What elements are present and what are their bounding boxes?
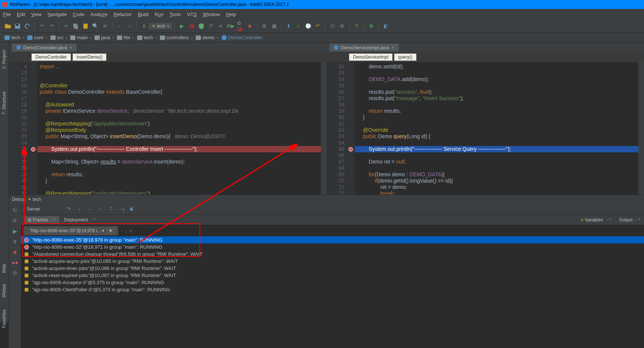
evaluate-icon[interactable]: 🖩 xyxy=(128,206,135,212)
breakpoints-icon[interactable]: ●● xyxy=(10,258,19,267)
play-icon[interactable]: ▶ xyxy=(10,227,19,236)
rerun-icon[interactable]: ↻ xyxy=(10,206,19,215)
close-tab-icon[interactable]: × xyxy=(69,45,72,50)
prev-frame-icon[interactable]: ↑ xyxy=(120,228,123,234)
coverage-icon[interactable] xyxy=(198,23,205,29)
scrollbar[interactable] xyxy=(638,62,644,195)
sync-icon[interactable] xyxy=(24,23,31,29)
copy-icon[interactable] xyxy=(72,23,79,29)
method-crumb[interactable]: insertDemo() xyxy=(72,53,106,61)
profile-icon[interactable]: ⏱ xyxy=(208,23,214,29)
crumb-demo[interactable]: demo xyxy=(194,35,220,40)
save-icon[interactable] xyxy=(14,23,21,29)
task-icon[interactable]: ◧ xyxy=(383,23,389,29)
thread-dropdown[interactable]: "http-nio-8080-exec-35"@18,978 i... ▾ ▼ xyxy=(24,226,118,235)
menu-window[interactable]: Window xyxy=(203,12,220,17)
filter-icon[interactable]: ▿ xyxy=(130,228,132,234)
thread-item[interactable]: "activiti-acquire-timer-jobs"@10,096 in … xyxy=(21,265,644,272)
menu-build[interactable]: Build xyxy=(138,12,149,17)
resume-icon[interactable]: ⟳ xyxy=(10,216,19,225)
variables-tab[interactable]: ≡Variables→* xyxy=(577,216,614,224)
code-body-right[interactable]: 5253545556575859606162636465666768697071… xyxy=(326,62,644,195)
vcs-revert-icon[interactable]: ↶ xyxy=(315,23,321,29)
jrebel-debug-icon[interactable]: ♻🐞 xyxy=(237,23,244,29)
server-tab[interactable]: Server xyxy=(24,205,43,213)
menu-vcs[interactable]: VCS xyxy=(187,12,197,17)
menu-edit[interactable]: Edit xyxy=(17,12,25,17)
deployment-tab[interactable]: Deployment→* xyxy=(60,216,99,224)
method-crumb[interactable]: query() xyxy=(394,53,417,61)
crumb-core[interactable]: core xyxy=(26,35,49,40)
menu-view[interactable]: View xyxy=(31,12,41,17)
crumb-class[interactable]: DemoController xyxy=(220,35,264,40)
debug-icon[interactable]: 🐞 xyxy=(188,23,195,29)
run-config-dropdown[interactable]: ✦ tech ▾ xyxy=(149,23,172,29)
build-icon[interactable]: ⬇ xyxy=(140,23,147,29)
tool2-icon[interactable]: ▦ xyxy=(271,23,278,29)
stop-icon[interactable]: ■ xyxy=(10,248,19,257)
forward-icon[interactable]: → xyxy=(126,23,133,29)
toolwin-favorites[interactable]: Favorites xyxy=(0,306,8,332)
undo-icon[interactable]: ↶ xyxy=(38,23,45,29)
step-out-icon[interactable]: ↑ xyxy=(97,206,103,212)
crumb-hbi[interactable]: hbi xyxy=(115,35,136,40)
toolwin-structure[interactable]: 7: Structure xyxy=(0,88,8,118)
debug-header[interactable]: Debug ✦ tech xyxy=(9,195,644,203)
thread-item[interactable]: "ajp-nio-8009-Acceptor-0"@5,375 in group… xyxy=(21,279,644,286)
thread-item[interactable]: "activiti-reset-expired-jobs"@10,097 in … xyxy=(21,272,644,279)
help-icon[interactable]: ? xyxy=(353,23,360,29)
cut-icon[interactable]: ✂ xyxy=(63,23,69,29)
code-body-left[interactable]: 4131415161718192021222324252627282930313… xyxy=(9,62,326,195)
frames-tab[interactable]: ⊞Frames→* xyxy=(24,216,59,224)
back-icon[interactable]: ← xyxy=(116,23,123,29)
open-icon[interactable] xyxy=(4,23,11,29)
thread-item[interactable]: "ajp-nio-8009-ClientPoller-0"@5,373 in g… xyxy=(21,286,644,293)
find-icon[interactable]: 🔍 xyxy=(92,23,99,29)
jrebel-run-icon[interactable]: ♻▶ xyxy=(227,23,234,29)
crumb-controllers[interactable]: controllers xyxy=(158,35,194,40)
scrollbar[interactable] xyxy=(321,62,326,195)
menu-refactor[interactable]: Refactor xyxy=(114,12,132,17)
thread-item[interactable]: "http-nio-8080-exec-35"@18,978 in group … xyxy=(21,236,644,243)
force-step-icon[interactable]: ↓ xyxy=(86,206,93,212)
menu-code[interactable]: Code xyxy=(73,12,84,17)
replace-icon[interactable]: ⇄ xyxy=(102,23,108,29)
paste-icon[interactable] xyxy=(82,23,89,29)
vcs-commit-icon[interactable]: ✓ xyxy=(295,23,302,29)
redo-icon[interactable]: ↷ xyxy=(48,23,55,29)
vcs-history-icon[interactable]: 🕓 xyxy=(305,23,312,29)
crumb-tech2[interactable]: tech xyxy=(136,35,158,40)
step-into-icon[interactable]: ↓ xyxy=(76,206,83,212)
up-icon[interactable]: ↑ xyxy=(134,228,137,234)
crumb-src[interactable]: src xyxy=(49,35,69,40)
thread-item[interactable]: "Abandoned connection cleanup thread"@8,… xyxy=(21,251,644,258)
thread-list[interactable]: "http-nio-8080-exec-35"@18,978 in group … xyxy=(21,236,644,348)
menu-analyze[interactable]: Analyze xyxy=(90,12,108,17)
mute-bp-icon[interactable]: ⊘ xyxy=(10,268,19,277)
toolwin-web[interactable]: Web xyxy=(0,260,8,277)
next-frame-icon[interactable]: ↓ xyxy=(125,228,128,234)
toolwin-jrebel[interactable]: JRebel xyxy=(0,280,8,302)
vcs-update-icon[interactable]: ⬇ xyxy=(285,23,292,29)
attach-icon[interactable]: ⎆ xyxy=(217,23,224,29)
menu-tools[interactable]: Tools xyxy=(170,12,181,17)
menu-help[interactable]: Help xyxy=(226,12,236,17)
pause-icon[interactable]: ⏸ xyxy=(10,237,19,246)
stop-icon[interactable]: ■ xyxy=(247,23,253,29)
class-crumb[interactable]: DemoController xyxy=(31,53,71,61)
class-crumb[interactable]: DemoServiceImpl xyxy=(349,53,393,61)
toolwin-project[interactable]: 1: Project xyxy=(0,46,8,73)
file-tab-demoservice[interactable]: DemoServiceImpl.java × xyxy=(329,44,399,52)
menu-file[interactable]: File xyxy=(3,12,11,17)
run-to-cursor-icon[interactable]: →| xyxy=(118,206,124,212)
drop-frame-icon[interactable]: ⤴ xyxy=(107,206,114,212)
close-tab-icon[interactable]: × xyxy=(391,45,394,50)
dropdown-arrow-icon[interactable]: ▼ xyxy=(106,228,115,234)
thread-item[interactable]: "http-nio-8080-exec-32"@18,971 in group … xyxy=(21,243,644,251)
menu-navigate[interactable]: Navigate xyxy=(47,12,66,17)
step-over-icon[interactable]: ↷ xyxy=(65,206,72,212)
run-icon[interactable]: ▶ xyxy=(179,23,185,29)
file-tab-democontroller[interactable]: DemoController.java × xyxy=(12,44,77,52)
crumb-tech[interactable]: tech xyxy=(3,35,26,40)
menu-run[interactable]: Run xyxy=(155,12,164,17)
